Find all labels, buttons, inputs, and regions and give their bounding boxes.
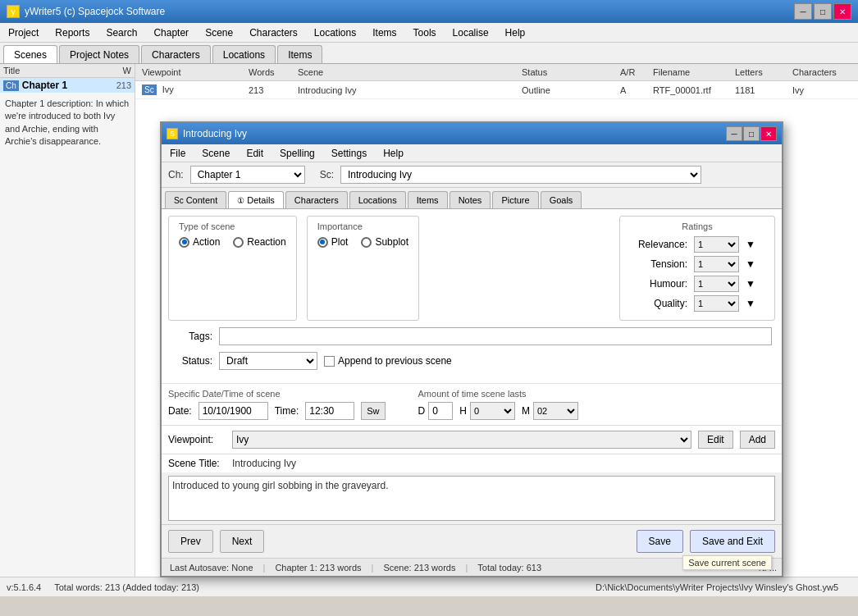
status-label: Status: — [171, 355, 212, 367]
scene-viewpoint: Sc Ivy — [139, 83, 245, 97]
radio-action-circle — [179, 237, 189, 248]
menu-reports[interactable]: Reports — [47, 23, 98, 42]
date-label: Date: — [168, 405, 192, 417]
modal-tab-content[interactable]: Sc Content — [165, 191, 226, 208]
modal-menu-settings[interactable]: Settings — [323, 146, 375, 161]
close-button[interactable]: ✕ — [833, 3, 851, 20]
prev-button[interactable]: Prev — [168, 530, 213, 553]
tab-items[interactable]: Items — [277, 45, 322, 63]
modal-tab-notes[interactable]: Notes — [450, 191, 491, 208]
menu-localise[interactable]: Localise — [445, 23, 497, 42]
menu-chapter[interactable]: Chapter — [145, 23, 197, 42]
quality-label: Quality: — [630, 298, 687, 309]
modal-tab-picture[interactable]: Picture — [492, 191, 538, 208]
importance-group: Importance Plot Subplot — [307, 216, 419, 321]
m-select[interactable]: 02 — [533, 402, 578, 420]
modal-menu-help[interactable]: Help — [375, 146, 412, 161]
humour-select[interactable]: 1 — [694, 276, 739, 292]
menu-items[interactable]: Items — [364, 23, 404, 42]
modal-minimize-button[interactable]: ─ — [726, 126, 742, 141]
scene-description[interactable]: Introduced to young girl sobbing in the … — [168, 476, 775, 521]
duration-title: Amount of time scene lasts — [418, 389, 578, 399]
save-and-exit-button[interactable]: Save and Exit — [690, 530, 775, 553]
type-of-scene-title: Type of scene — [179, 221, 286, 231]
tension-select[interactable]: 1 — [694, 256, 739, 272]
radio-reaction[interactable]: Reaction — [233, 236, 285, 248]
modal-tab-characters[interactable]: Characters — [285, 191, 348, 208]
chapter-row[interactable]: Ch Chapter 1 213 — [0, 78, 135, 93]
append-checkbox-label[interactable]: Append to previous scene — [324, 355, 452, 367]
append-checkbox[interactable] — [324, 356, 335, 367]
scene-status: Outline — [518, 84, 617, 97]
sw-button[interactable]: Sw — [361, 402, 385, 420]
scene-characters: Ivy — [789, 84, 855, 97]
menu-search[interactable]: Search — [98, 23, 145, 42]
modal-tab-goals[interactable]: Goals — [541, 191, 582, 208]
modal-menu-scene[interactable]: Scene — [194, 146, 238, 161]
h-select[interactable]: 0 — [470, 402, 515, 420]
col-ar: A/R — [617, 66, 650, 79]
main-menu-bar: Project Reports Search Chapter Scene Cha… — [0, 23, 858, 43]
relevance-select[interactable]: 1 — [694, 236, 739, 253]
chapter-words: 213 — [116, 80, 131, 90]
viewpoint-select[interactable]: Ivy — [232, 431, 691, 449]
modal-menu-edit[interactable]: Edit — [238, 146, 272, 161]
scene-dropdown[interactable]: Introducing Ivy — [340, 166, 701, 184]
modal-menu-spelling[interactable]: Spelling — [272, 146, 323, 161]
next-button[interactable]: Next — [220, 530, 265, 553]
h-unit: H 0 — [459, 402, 515, 420]
app-title: yWriter5 (c) Spacejock Software — [25, 6, 794, 17]
viewpoint-add-button[interactable]: Add — [740, 431, 775, 449]
viewpoint-section: Viewpoint: Ivy Edit Add — [162, 425, 782, 454]
modal-close-button[interactable]: ✕ — [760, 126, 777, 141]
tags-input[interactable] — [219, 327, 772, 345]
time-input[interactable] — [305, 402, 354, 420]
quality-select[interactable]: 1 — [694, 295, 739, 312]
chapter-badge: Ch — [3, 80, 19, 91]
menu-scene[interactable]: Scene — [197, 23, 241, 42]
menu-tools[interactable]: Tools — [405, 23, 445, 42]
minimize-button[interactable]: ─ — [794, 3, 812, 20]
chapter-words-status: Chapter 1: 213 words — [272, 563, 364, 573]
specific-date-group: Specific Date/Time of scene Date: Time: … — [168, 389, 386, 420]
ratings-panel: Ratings Relevance: 1 ▼ Tension: 1 ▼ — [619, 216, 775, 321]
menu-characters[interactable]: Characters — [241, 23, 306, 42]
modal-tab-details[interactable]: ① Details — [228, 191, 284, 208]
tension-label: Tension: — [630, 258, 687, 270]
modal-maximize-button[interactable]: □ — [743, 126, 760, 141]
tab-scenes[interactable]: Scenes — [3, 45, 57, 63]
save-button[interactable]: Save — [637, 530, 683, 553]
title-bar: y yWriter5 (c) Spacejock Software ─ □ ✕ — [0, 0, 858, 23]
radio-plot[interactable]: Plot — [317, 236, 349, 248]
tab-characters[interactable]: Characters — [141, 45, 211, 63]
modal-status-bar: Last Autosave: None | Chapter 1: 213 wor… — [162, 558, 782, 576]
col-letters: Letters — [732, 66, 789, 79]
modal-icon: S — [167, 128, 178, 139]
radio-subplot[interactable]: Subplot — [361, 236, 408, 248]
modal-tab-items[interactable]: Items — [408, 191, 448, 208]
scene-badge: Sc — [142, 84, 157, 95]
viewpoint-edit-button[interactable]: Edit — [698, 431, 733, 449]
autosave-status: Last Autosave: None — [167, 563, 257, 573]
menu-locations[interactable]: Locations — [306, 23, 364, 42]
menu-project[interactable]: Project — [0, 23, 47, 42]
modal-tab-locations[interactable]: Locations — [349, 191, 406, 208]
scenes-header: Viewpoint Words Scene Status A/R Filenam… — [135, 64, 858, 81]
datetime-section: Specific Date/Time of scene Date: Time: … — [162, 383, 782, 425]
maximize-button[interactable]: □ — [814, 3, 832, 20]
modal-menu-file[interactable]: File — [162, 146, 194, 161]
main-tabs-bar: Scenes Project Notes Characters Location… — [0, 43, 858, 64]
radio-action[interactable]: Action — [179, 236, 220, 248]
chapter-dropdown[interactable]: Chapter 1 — [190, 166, 305, 184]
tab-locations[interactable]: Locations — [212, 45, 276, 63]
status-select[interactable]: Draft Outline 1st Edit 2nd Edit Done — [219, 352, 317, 370]
menu-help[interactable]: Help — [497, 23, 534, 42]
tab-project-notes[interactable]: Project Notes — [59, 45, 139, 63]
scene-row[interactable]: Sc Ivy 213 Introducing Ivy Outline A RTF… — [135, 81, 858, 99]
chapter-description: Chapter 1 description: In which we're in… — [0, 93, 135, 577]
left-panel-header: Title W — [0, 64, 135, 78]
d-input[interactable] — [428, 402, 453, 420]
modal-bottom-bar: Prev Next Save Save and Exit — [162, 524, 782, 558]
scene-title-value: Introducing Ivy — [232, 458, 296, 469]
date-input[interactable] — [199, 402, 268, 420]
